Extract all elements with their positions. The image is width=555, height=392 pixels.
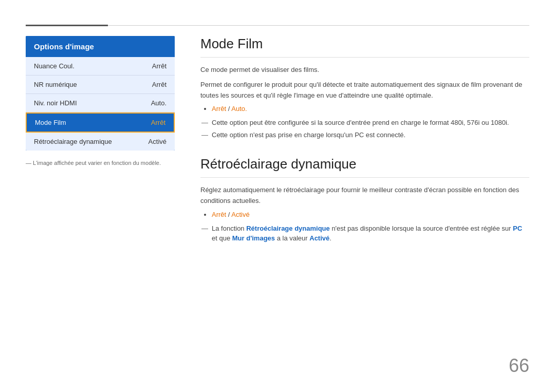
menu-item-retro-value: Activé [149, 138, 166, 145]
section-retro: Rétroéclairage dynamique Réglez automati… [200, 156, 529, 244]
top-bar-accent [26, 25, 108, 26]
section1-bullet1-post: Auto. [231, 105, 247, 113]
panel-note: ― L'image affichée peut varier en foncti… [26, 160, 175, 166]
section1-dash-list: Cette option peut être configurée si la … [206, 118, 529, 140]
section2-dash-list: La fonction Rétroéclairage dynamique n'e… [206, 223, 529, 244]
menu-box: Options d'image Nuance Coul. Arrêt NR nu… [26, 36, 175, 151]
section2-dash1: La fonction Rétroéclairage dynamique n'e… [206, 223, 529, 244]
menu-item-retro-label: Rétroéclairage dynamique [34, 138, 112, 145]
section1-bullets: Arrêt / Auto. [212, 105, 529, 113]
left-panel: Options d'image Nuance Coul. Arrêt NR nu… [26, 36, 175, 166]
menu-item-nr[interactable]: NR numérique Arrêt [26, 76, 175, 94]
section2-dash1-last: Activé [309, 234, 329, 242]
section1-bullet1: Arrêt / Auto. [212, 105, 529, 113]
section2-dash1-mid: n'est pas disponible lorsque la source d… [330, 225, 513, 232]
menu-item-retro[interactable]: Rétroéclairage dynamique Activé [26, 133, 175, 151]
section1-dash1: Cette option peut être configurée si la … [206, 118, 529, 128]
menu-item-mode-film[interactable]: Mode Film Arrêt [26, 113, 175, 133]
menu-item-nr-value: Arrêt [152, 81, 166, 88]
menu-item-nuance-label: Nuance Coul. [34, 62, 75, 70]
menu-title: Options d'image [26, 36, 175, 57]
top-bar [26, 25, 529, 26]
top-bar-line [108, 25, 529, 26]
section2-bullet1: Arrêt / Activé [212, 211, 529, 218]
menu-item-mode-film-label: Mode Film [35, 119, 66, 126]
menu-item-niv-value: Auto. [151, 99, 166, 107]
section-mode-film: Mode Film Ce mode permet de visualiser d… [200, 36, 529, 140]
menu-item-niv[interactable]: Niv. noir HDMI Auto. [26, 94, 175, 113]
menu-item-niv-label: Niv. noir HDMI [34, 99, 77, 107]
section2-desc1: Réglez automatiquement le rétroéclairage… [200, 185, 529, 207]
section1-title: Mode Film [200, 36, 529, 58]
menu-item-nuance-value: Arrêt [152, 62, 166, 70]
menu-item-mode-film-value: Arrêt [151, 119, 165, 126]
section1-desc1: Ce mode permet de visualiser des films. [200, 65, 529, 76]
menu-item-nr-label: NR numérique [34, 81, 77, 88]
section1-dash2: Cette option n'est pas prise en charge l… [206, 130, 529, 140]
section2-bullet1-post: Activé [231, 211, 249, 218]
section2-dash1-end: . [329, 234, 331, 242]
menu-item-nuance[interactable]: Nuance Coul. Arrêt [26, 57, 175, 76]
section2-dash1-link3: Mur d'images [232, 234, 275, 242]
section2-dash1-link2: PC [513, 225, 522, 232]
section2-bullets: Arrêt / Activé [212, 211, 529, 218]
section1-bullet1-sep: / [226, 105, 231, 113]
section2-bullet1-sep: / [226, 211, 231, 218]
section2-bullet1-pre: Arrêt [212, 211, 226, 218]
section2-dash1-mid2: et que [212, 234, 232, 242]
section1-bullet1-pre: Arrêt [212, 105, 226, 113]
section1-desc2: Permet de configurer le produit pour qu'… [200, 80, 529, 101]
section2-dash1-link: Rétroéclairage dynamique [246, 225, 330, 232]
page-number: 66 [509, 355, 529, 377]
main-content: Mode Film Ce mode permet de visualiser d… [200, 36, 529, 249]
section2-title: Rétroéclairage dynamique [200, 156, 529, 178]
section2-dash1-post: a la valeur [275, 234, 309, 242]
section2-dash1-pre: La fonction [212, 225, 246, 232]
